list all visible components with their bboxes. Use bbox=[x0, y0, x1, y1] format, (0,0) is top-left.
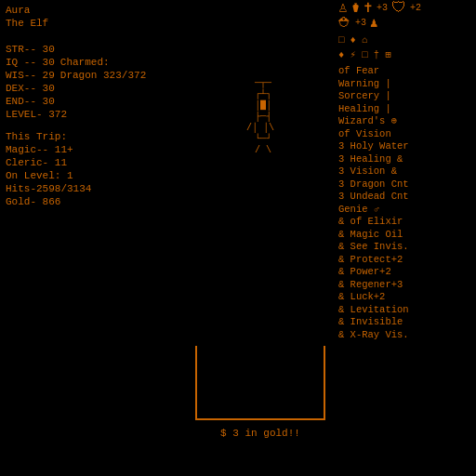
list-item: & X-Ray Vis. bbox=[338, 329, 472, 342]
list-item: 3 Undead Cnt bbox=[338, 191, 472, 204]
statue-icon: ♙ bbox=[338, 2, 348, 15]
floor-area bbox=[195, 346, 325, 420]
sprite-art: ─┬─ ┌┴┐ │█│ ├─┤ /│ │\ └─┘ / \ bbox=[246, 67, 274, 156]
main-container: Aura The Elf STR-- 30 IQ -- 30 Charmed: … bbox=[0, 0, 476, 476]
trip-gold: Gold- 866 bbox=[6, 195, 180, 208]
character-sprite: ─┬─ ┌┴┐ │█│ ├─┤ /│ │\ └─┘ / \ bbox=[223, 56, 298, 167]
list-item: Warning | bbox=[338, 78, 472, 91]
trip-cleric: Cleric- 11 bbox=[6, 156, 180, 169]
list-item: Genie ♂ bbox=[338, 204, 472, 217]
list-item: Sorcery | bbox=[338, 90, 472, 103]
list-item: & Protect+2 bbox=[338, 254, 472, 267]
char-level: LEVEL- 372 bbox=[6, 108, 180, 121]
char-end: END-- 30 bbox=[6, 95, 180, 108]
icons-1: □ ♦ ⌂ bbox=[338, 34, 368, 46]
left-panel: Aura The Elf STR-- 30 IQ -- 30 Charmed: … bbox=[0, 0, 186, 476]
cup-icon: ⚱ bbox=[351, 2, 361, 15]
shield-icon: 🛡 bbox=[391, 2, 406, 15]
charmed-value: Dragon 323/372 bbox=[60, 69, 146, 82]
list-item: 3 Holy Water bbox=[338, 140, 472, 153]
list-item: & See Invis. bbox=[338, 241, 472, 254]
list-item: & Power+2 bbox=[338, 266, 472, 279]
icon-row-2: ♦ ⚡ □ † ⊞ bbox=[338, 48, 472, 61]
list-item: 3 Dragon Cnt bbox=[338, 178, 472, 192]
shield-label: +2 bbox=[410, 2, 421, 15]
helmet-label: +3 bbox=[355, 17, 366, 30]
helmet-icon: ⛑ bbox=[338, 17, 351, 30]
list-item: 3 Healing & bbox=[338, 153, 472, 166]
trip-magic: Magic-- 11+ bbox=[6, 143, 180, 156]
char-iq: IQ -- 30 bbox=[6, 56, 55, 69]
top-icons-row2: ⛑ +3 ♟ bbox=[338, 17, 472, 30]
char-str: STR-- 30 bbox=[6, 43, 180, 56]
list-item: of Vision bbox=[338, 128, 472, 141]
icon-row-1: □ ♦ ⌂ bbox=[338, 33, 472, 46]
list-item: Wizard's ⊕ bbox=[338, 115, 472, 128]
list-item: & Luck+2 bbox=[338, 291, 472, 304]
list-item: & Levitation bbox=[338, 304, 472, 317]
center-panel: ─┬─ ┌┴┐ │█│ ├─┤ /│ │\ └─┘ / \ $ 3 in gol… bbox=[186, 0, 335, 476]
char-wis: WIS-- 29 bbox=[6, 69, 55, 82]
cross-icon: ✝ bbox=[364, 2, 373, 15]
right-panel: ♙ ⚱ ✝ +3 🛡 +2 ⛑ +3 ♟ □ ♦ ⌂ ♦ ⚡ □ † ⊞ of … bbox=[335, 0, 476, 476]
cross-label: +3 bbox=[377, 2, 388, 15]
gold-text: $ 3 in gold!! bbox=[186, 428, 335, 439]
trip-hits: Hits-2598/3134 bbox=[6, 182, 180, 195]
charmed-label: Charmed: bbox=[60, 56, 110, 69]
char-divider bbox=[6, 30, 180, 43]
list-item: & Invisible bbox=[338, 316, 472, 329]
trip-on-level: On Level: 1 bbox=[6, 169, 180, 182]
char-dex: DEX-- 30 bbox=[6, 82, 180, 95]
list-item: & Regener+3 bbox=[338, 279, 472, 292]
list-item: & of Elixir bbox=[338, 216, 472, 229]
list-item: 3 Vision & bbox=[338, 165, 472, 178]
list-item: Healing | bbox=[338, 103, 472, 116]
trip-header: This Trip: bbox=[6, 130, 180, 143]
top-icons-row: ♙ ⚱ ✝ +3 🛡 +2 bbox=[338, 2, 472, 15]
char-race: The Elf bbox=[6, 17, 180, 30]
icons-2: ♦ ⚡ □ † ⊞ bbox=[338, 49, 391, 60]
figure-icon: ♟ bbox=[370, 17, 377, 30]
char-name: Aura bbox=[6, 4, 180, 17]
list-item: of Fear bbox=[338, 65, 472, 78]
list-item: & Magic Oil bbox=[338, 229, 472, 242]
items-list: of FearWarning |Sorcery |Healing |Wizard… bbox=[338, 65, 472, 341]
